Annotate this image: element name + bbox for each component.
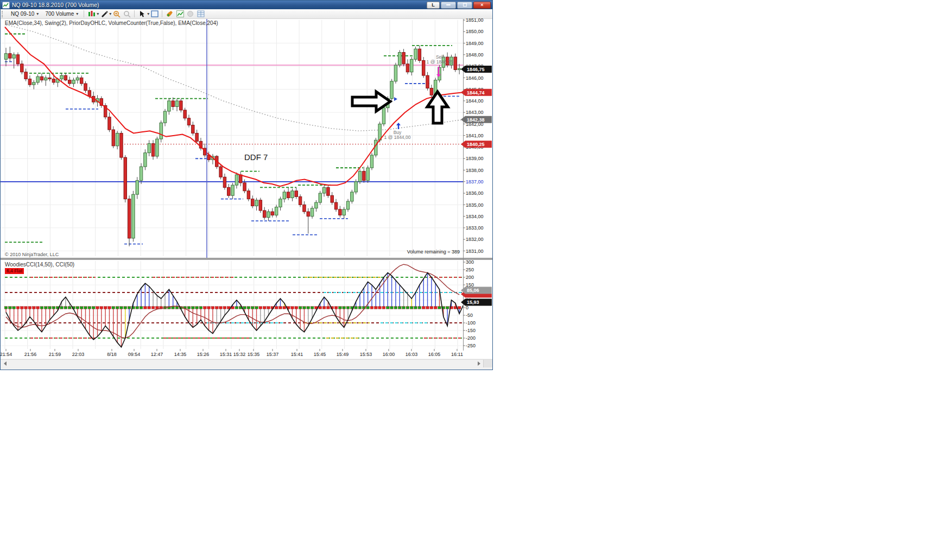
- svg-text:21:59: 21:59: [49, 352, 61, 357]
- svg-text:1849,00: 1849,00: [466, 41, 484, 46]
- svg-text:15:31: 15:31: [220, 352, 232, 357]
- svg-text:1846,75: 1846,75: [467, 67, 485, 72]
- drawing-tools-button[interactable]: [99, 10, 109, 18]
- svg-text:1834,00: 1834,00: [466, 214, 484, 219]
- toolbar-separator: [162, 10, 162, 17]
- svg-text:22:03: 22:03: [72, 352, 85, 357]
- maximize-button[interactable]: [457, 2, 472, 9]
- svg-text:1831,00: 1831,00: [466, 249, 484, 254]
- svg-text:300: 300: [466, 259, 474, 265]
- svg-text:-150: -150: [466, 328, 476, 333]
- svg-text:12:47: 12:47: [151, 352, 163, 357]
- svg-text:09:54: 09:54: [128, 352, 141, 357]
- svg-text:1836,00: 1836,00: [466, 190, 484, 196]
- svg-text:1844,00: 1844,00: [466, 98, 484, 104]
- svg-text:15:53: 15:53: [360, 352, 372, 357]
- svg-text:1833,00: 1833,00: [466, 225, 484, 231]
- svg-text:15:26: 15:26: [197, 352, 210, 357]
- close-button[interactable]: ×: [473, 2, 491, 9]
- arrow-right-icon: [478, 361, 480, 366]
- svg-text:1837,00: 1837,00: [466, 179, 484, 184]
- interval-selector[interactable]: 700 Volume ▾: [42, 10, 81, 18]
- toolbar-separator: [134, 10, 135, 17]
- svg-text:1835,00: 1835,00: [466, 202, 484, 208]
- chart-toolbar: NQ 09-10 ▾ 700 Volume ▾ ▾ ▾ ▾: [1, 9, 492, 19]
- svg-text:1848,00: 1848,00: [466, 52, 484, 58]
- chart-image-button[interactable]: [175, 10, 185, 18]
- svg-text:15:35: 15:35: [248, 352, 260, 357]
- svg-text:15:45: 15:45: [314, 352, 326, 357]
- scrollbar-track[interactable]: [9, 360, 474, 367]
- cursor-button[interactable]: [137, 10, 147, 18]
- svg-text:15:41: 15:41: [291, 352, 303, 357]
- svg-text:15:49: 15:49: [337, 352, 349, 357]
- title-bar[interactable]: NQ 09-10 18.8.2010 (700 Volume) L ×: [1, 1, 492, 9]
- svg-text:1840,25: 1840,25: [467, 142, 485, 147]
- svg-text:16:11: 16:11: [451, 352, 463, 357]
- svg-text:1832,00: 1832,00: [466, 237, 484, 242]
- ninjatrader-chart-window: NQ 09-10 18.8.2010 (700 Volume) L × NQ 0…: [0, 0, 493, 370]
- svg-text:14:35: 14:35: [174, 352, 187, 357]
- svg-text:1843,00: 1843,00: [466, 110, 484, 115]
- scrollbar-corner: [483, 360, 492, 367]
- scroll-left-button[interactable]: [1, 360, 9, 367]
- chevron-down-icon[interactable]: ▾: [109, 11, 111, 16]
- minimize-icon: [446, 4, 451, 5]
- instrument-label: NQ 09-10: [11, 11, 34, 17]
- interval-label: 700 Volume: [45, 11, 74, 17]
- svg-text:1846,00: 1846,00: [466, 75, 484, 81]
- zoom-out-button[interactable]: [122, 10, 131, 18]
- svg-text:-200: -200: [466, 335, 476, 341]
- svg-text:1842,38: 1842,38: [467, 117, 485, 123]
- svg-text:1844,74: 1844,74: [467, 90, 485, 96]
- toolbar-grip[interactable]: [2, 11, 5, 17]
- svg-text:1850,00: 1850,00: [466, 29, 484, 34]
- record-button-disabled: [186, 10, 195, 18]
- horizontal-scrollbar[interactable]: [1, 359, 492, 367]
- svg-text:1838,00: 1838,00: [466, 168, 484, 173]
- svg-text:16:00: 16:00: [383, 352, 395, 357]
- link-button[interactable]: L: [427, 2, 440, 9]
- svg-text:0: 0: [466, 305, 468, 310]
- svg-text:15,93: 15,93: [467, 300, 479, 305]
- svg-text:250: 250: [466, 267, 474, 272]
- chevron-down-icon: ▾: [76, 11, 78, 16]
- svg-text:16:03: 16:03: [406, 352, 418, 357]
- maximize-icon: [463, 3, 467, 7]
- snapshot-window-button[interactable]: [150, 10, 159, 18]
- svg-text:1839,00: 1839,00: [466, 156, 484, 161]
- chart-style-button[interactable]: [87, 10, 96, 18]
- svg-text:15:37: 15:37: [267, 352, 279, 357]
- svg-text:-100: -100: [466, 320, 476, 326]
- zoom-in-button[interactable]: [112, 10, 121, 18]
- svg-text:-50: -50: [466, 313, 473, 318]
- scroll-right-button[interactable]: [474, 360, 483, 367]
- minimize-button[interactable]: [441, 2, 456, 9]
- app-chart-icon: [2, 2, 10, 9]
- svg-text:21:54: 21:54: [1, 352, 12, 357]
- toolbar-separator: [84, 10, 84, 17]
- data-grid-button[interactable]: [196, 10, 205, 18]
- arrow-left-icon: [4, 361, 7, 366]
- svg-text:85,06: 85,06: [467, 288, 479, 293]
- chevron-down-icon[interactable]: ▾: [97, 11, 99, 16]
- svg-text:1841,00: 1841,00: [466, 133, 484, 138]
- price-and-cci-chart[interactable]: Buy1 @ 1844,00Sell1 @ 1846,751851,001850…: [1, 18, 492, 359]
- svg-text:8/18: 8/18: [107, 352, 117, 357]
- svg-text:1851,00: 1851,00: [466, 18, 484, 23]
- format-brush-button[interactable]: [165, 10, 174, 18]
- chevron-down-icon[interactable]: ▾: [147, 11, 149, 16]
- instrument-selector[interactable]: NQ 09-10 ▾: [8, 10, 42, 18]
- svg-text:15:32: 15:32: [233, 352, 246, 357]
- svg-text:16:05: 16:05: [428, 352, 441, 357]
- chevron-down-icon: ▾: [36, 11, 39, 16]
- svg-text:21:56: 21:56: [24, 352, 37, 357]
- svg-text:-250: -250: [466, 343, 476, 348]
- svg-text:1 @ 1846,75: 1 @ 1846,75: [427, 59, 453, 65]
- window-title: NQ 09-10 18.8.2010 (700 Volume): [12, 2, 426, 8]
- svg-text:200: 200: [466, 275, 474, 280]
- chart-canvas[interactable]: Buy1 @ 1844,00Sell1 @ 1846,751851,001850…: [1, 18, 492, 359]
- svg-text:1 @ 1844,00: 1 @ 1844,00: [384, 135, 411, 140]
